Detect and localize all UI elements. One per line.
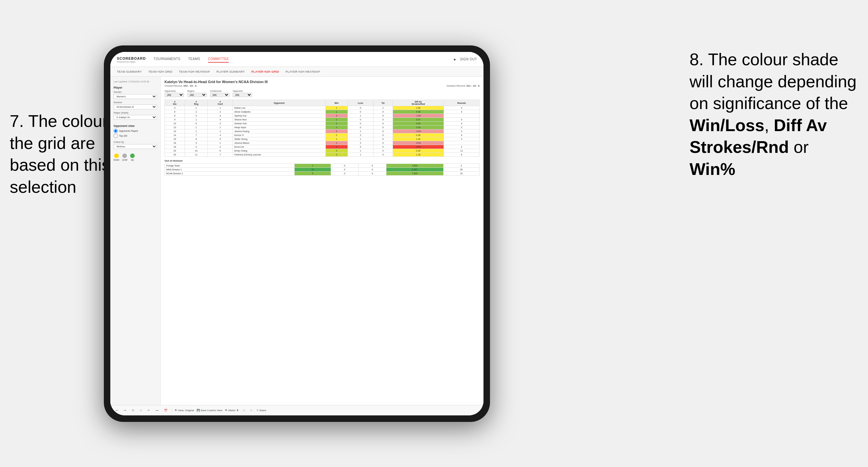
cell-rounds: [444, 114, 479, 118]
toolbar-grid-btn2[interactable]: □: [249, 408, 254, 412]
cell-div: 16: [165, 141, 185, 145]
legend-down: Down: [114, 154, 119, 161]
cell-win: 15: [294, 168, 331, 172]
cell-loss: 3: [347, 145, 373, 149]
table-row: 20 10 6 Emily Chang 4 1 0 0.30 11: [165, 149, 479, 153]
table-row: 14 7 4 Eunice Yi 2 2 0 0.38 9: [165, 133, 479, 137]
cell-win: 5: [294, 172, 331, 176]
cell-rounds: 4: [444, 137, 479, 141]
cell-diff: 4.500: [386, 164, 443, 168]
filter-conference-select[interactable]: (All): [210, 93, 229, 97]
logo-sub: Powered by clippd: [117, 61, 146, 63]
filter-opponents-select[interactable]: (All): [164, 93, 184, 97]
sign-out-link[interactable]: Sign out: [460, 56, 477, 62]
cell-rounds: [444, 141, 479, 145]
filter-opponents: Opponents: (All): [164, 90, 184, 97]
toolbar-watch[interactable]: 👁 Watch ▼: [225, 409, 239, 412]
toolbar-share[interactable]: ⇧ Share: [256, 409, 267, 412]
cell-conf: 1: [208, 106, 233, 110]
toolbar-cut[interactable]: ✄: [146, 408, 152, 412]
cell-conf: 2: [208, 145, 233, 149]
filter-region-select[interactable]: (All): [187, 93, 207, 97]
cell-loss: 0: [331, 168, 359, 172]
table-row: 16 3 1 Jessica Mason 1 2 0 -0.94: [165, 141, 479, 145]
app-header: SCOREBOARD Powered by clippd TOURNAMENTS…: [110, 52, 484, 67]
cell-reg: 6: [185, 122, 208, 126]
cell-diff: 9.267: [386, 168, 443, 172]
cell-div: 10: [165, 122, 185, 126]
toolbar-undo[interactable]: ↩: [114, 408, 120, 412]
cell-tie: 0: [373, 141, 393, 145]
col-conf: #Conf: [208, 100, 233, 106]
nav-tournaments[interactable]: TOURNAMENTS: [153, 56, 180, 63]
cell-div: 13: [165, 126, 185, 129]
tab-player-h2h-grid[interactable]: PLAYER H2H GRID: [251, 70, 279, 73]
cell-conf: 1: [208, 129, 233, 133]
cell-loss: 1: [347, 137, 373, 141]
filter-opponent-select[interactable]: (All): [232, 93, 252, 97]
colour-by-select[interactable]: Win/loss: [114, 144, 157, 149]
toolbar-clock[interactable]: ⏰: [162, 408, 169, 412]
cell-loss: 1: [347, 149, 373, 153]
toolbar-view-original[interactable]: 👁 View: Original: [175, 409, 194, 412]
cell-opponent: NAIA Division 1: [165, 168, 294, 172]
cell-rounds: 2: [444, 129, 479, 133]
sidebar: Last Updated: 27/03/2024 16:55:38 Player…: [110, 76, 161, 405]
toolbar-redo[interactable]: ↪: [122, 408, 128, 412]
tablet-screen: SCOREBOARD Powered by clippd TOURNAMENTS…: [110, 52, 484, 415]
player-section-title: Player: [114, 86, 157, 89]
tab-player-summary[interactable]: PLAYER SUMMARY: [216, 70, 245, 73]
filters-row: Opponents: (All) Region (All) Conference…: [164, 90, 479, 97]
cell-diff: -0.94: [393, 141, 443, 145]
cell-win: 1: [326, 137, 347, 141]
radio-opponents-played[interactable]: Opponents Played: [114, 129, 157, 133]
cell-opponent: Emily Chang: [233, 149, 326, 153]
table-row: 20 11 7 Federica Domecq Lacroze 2 1 0 1.…: [165, 153, 479, 157]
toolbar-grid-btn1[interactable]: □: [241, 408, 246, 412]
cell-diff: 4.00: [393, 122, 443, 126]
radio-top100[interactable]: Top 100: [114, 134, 157, 138]
gender-select[interactable]: Women's: [114, 94, 157, 99]
cell-win: 1: [326, 118, 347, 122]
cell-diff: 1.50: [393, 106, 443, 110]
filter-opponent: Opponent (All): [232, 90, 252, 97]
toolbar-refresh[interactable]: ↻: [130, 408, 136, 412]
table-row: 13 1 1 Heejo Hyun 1 0 0 3.33 3: [165, 126, 479, 129]
right-annotation: 8. The colour shade will change dependin…: [689, 49, 858, 181]
dot-up-label: Up: [131, 159, 134, 161]
cell-conf: 5: [208, 137, 233, 141]
nav-teams[interactable]: TEAMS: [188, 56, 200, 63]
cell-div: 14: [165, 133, 185, 137]
out-of-division-table: Foreign Team 1 0 0 4.500 2 NAIA Division…: [164, 163, 479, 176]
col-rounds: Rounds: [444, 100, 479, 106]
header-icon: ▶: [454, 58, 456, 61]
cell-tie: 0: [373, 145, 393, 149]
cell-tie: 0: [373, 149, 393, 153]
table-row: 5 2 2 Alexis Sudjianto 1 0 0 4.00 3: [165, 110, 479, 114]
dot-down-label: Down: [114, 159, 119, 161]
cell-tie: 0: [373, 153, 393, 157]
cell-div: 9: [165, 118, 185, 122]
tab-team-h2h-grid[interactable]: TEAM H2H GRID: [148, 70, 172, 73]
player-rank-select[interactable]: 8. Katelyn Vo: [114, 115, 157, 120]
cell-reg: 3: [185, 114, 208, 118]
cell-opponent: NCAA Division 2: [165, 172, 294, 176]
cell-rounds: 9: [444, 133, 479, 137]
tab-team-h2h-heatmap[interactable]: TEAM H2H HEATMAP: [179, 70, 210, 73]
division-select[interactable]: NCAA Division III: [114, 104, 157, 110]
cell-opponent: Jessica Mason: [233, 141, 326, 145]
cell-diff: 1.25: [393, 137, 443, 141]
tablet-frame: SCOREBOARD Powered by clippd TOURNAMENTS…: [104, 45, 490, 422]
toolbar-copy[interactable]: □: [138, 408, 144, 412]
cell-tie: 0: [373, 137, 393, 141]
col-diff: Diff AvStrokes/Rnd: [393, 100, 443, 106]
sub-nav: TEAM SUMMARY TEAM H2H GRID TEAM H2H HEAT…: [110, 67, 484, 76]
toolbar-save-custom[interactable]: 💾 Save Custom View: [197, 409, 223, 412]
tab-player-h2h-heatmap[interactable]: PLAYER H2H HEATMAP: [285, 70, 320, 73]
cell-rounds: 3: [444, 118, 479, 122]
nav-committee[interactable]: COMMITTEE: [208, 56, 229, 63]
grid-record: Overall Record: 353 - 34 - 6 Division Re…: [164, 84, 479, 87]
tab-team-summary[interactable]: TEAM SUMMARY: [117, 70, 142, 73]
toolbar-more[interactable]: •••: [154, 408, 160, 412]
cell-reg: 2: [185, 110, 208, 114]
